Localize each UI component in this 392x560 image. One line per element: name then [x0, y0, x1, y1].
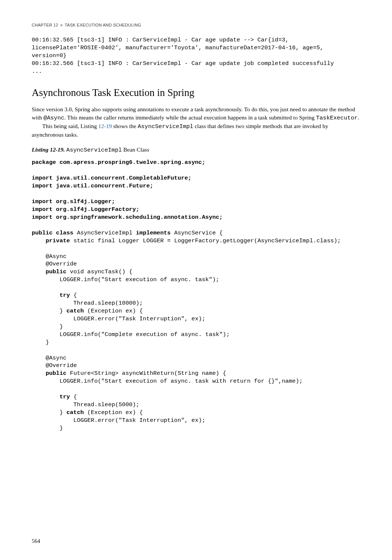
- console-output: 00:16:32.565 [tsc3-1] INFO : CarServiceI…: [32, 36, 360, 75]
- code-block: package com.apress.prospring6.twelve.spr…: [32, 159, 360, 432]
- listing-caption: Listing 12-19. AsyncServiceImpl Bean Cla…: [32, 146, 360, 155]
- listing-caption-suffix: Bean Class: [122, 146, 149, 153]
- header-separator: ■: [60, 23, 63, 27]
- inline-code-asyncserviceimpl: AsyncServiceImpl: [138, 123, 193, 130]
- paragraph-1: Since version 3.0, Spring also supports …: [32, 105, 360, 122]
- listing-reference-link[interactable]: 12-19: [98, 123, 112, 129]
- page-number: 564: [32, 537, 40, 545]
- listing-label: Listing 12-19.: [32, 146, 65, 153]
- listing-caption-code: AsyncServiceImpl: [66, 147, 122, 153]
- section-heading: Asynchronous Task Execution in Spring: [32, 86, 360, 100]
- inline-code-taskexecutor: TaskExecutor: [316, 115, 358, 121]
- inline-code-async: @Async: [43, 115, 64, 121]
- console-line-2: 00:16:32.566 [tsc3-1] INFO : CarServiceI…: [32, 60, 334, 67]
- console-line-1: 00:16:32.565 [tsc3-1] INFO : CarServiceI…: [32, 37, 327, 59]
- paragraph-2: This being said, Listing 12-19 shows the…: [32, 122, 360, 139]
- page-header: CHAPTER 12 ■ TASK EXECUTION AND SCHEDULI…: [32, 22, 360, 28]
- chapter-label: CHAPTER 12: [32, 23, 58, 27]
- chapter-title: TASK EXECUTION AND SCHEDULING: [65, 23, 141, 27]
- console-line-3: ...: [32, 68, 42, 75]
